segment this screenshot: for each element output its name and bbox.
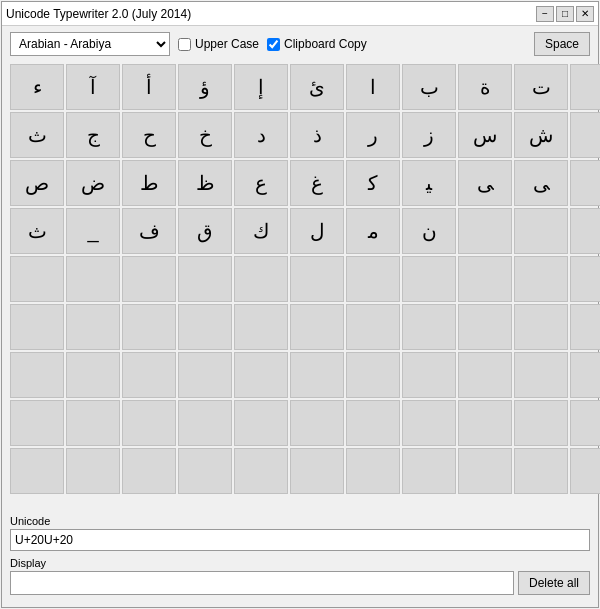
char-cell-1-2[interactable]: ح <box>122 112 176 158</box>
grid-row-7 <box>10 400 590 446</box>
clipboard-group: Clipboard Copy <box>267 37 367 51</box>
char-cell-3-9 <box>514 208 568 254</box>
display-row: Delete all <box>10 571 590 595</box>
char-cell-2-7[interactable]: ﻴ <box>402 160 456 206</box>
toolbar: Arabian - Arabiya Upper Case Clipboard C… <box>10 32 590 56</box>
minimize-button[interactable]: − <box>536 6 554 22</box>
char-cell-1-8[interactable]: س <box>458 112 512 158</box>
maximize-button[interactable]: □ <box>556 6 574 22</box>
char-cell-8-4 <box>234 448 288 494</box>
char-cell-7-2 <box>122 400 176 446</box>
char-cell-0-4[interactable]: إ <box>234 64 288 110</box>
char-cell-5-8 <box>458 304 512 350</box>
char-cell-1-9[interactable]: ش <box>514 112 568 158</box>
char-cell-6-8 <box>458 352 512 398</box>
clipboard-checkbox[interactable] <box>267 38 280 51</box>
char-cell-0-2[interactable]: أ <box>122 64 176 110</box>
char-cell-1-10 <box>570 112 600 158</box>
char-cell-1-0[interactable]: ث <box>10 112 64 158</box>
window-title: Unicode Typewriter 2.0 (July 2014) <box>6 7 191 21</box>
char-cell-2-2[interactable]: ط <box>122 160 176 206</box>
char-cell-2-0[interactable]: ص <box>10 160 64 206</box>
char-cell-4-9 <box>514 256 568 302</box>
char-cell-1-5[interactable]: ذ <box>290 112 344 158</box>
char-cell-2-9[interactable]: ﻰ <box>514 160 568 206</box>
grid-row-2: صضطظعغﻛﻴﻰﻰ <box>10 160 590 206</box>
char-cell-0-5[interactable]: ئ <box>290 64 344 110</box>
char-cell-8-5 <box>290 448 344 494</box>
display-field-group: Display Delete all <box>10 557 590 595</box>
char-cell-8-9 <box>514 448 568 494</box>
main-window: Unicode Typewriter 2.0 (July 2014) − □ ✕… <box>1 1 599 608</box>
char-cell-8-8 <box>458 448 512 494</box>
char-cell-0-6[interactable]: ا <box>346 64 400 110</box>
char-cell-5-10 <box>570 304 600 350</box>
char-cell-8-1 <box>66 448 120 494</box>
char-cell-1-3[interactable]: خ <box>178 112 232 158</box>
char-cell-0-3[interactable]: ؤ <box>178 64 232 110</box>
char-cell-6-6 <box>346 352 400 398</box>
char-cell-2-5[interactable]: غ <box>290 160 344 206</box>
char-cell-4-8 <box>458 256 512 302</box>
char-cell-6-0 <box>10 352 64 398</box>
char-cell-3-3[interactable]: ق <box>178 208 232 254</box>
char-cell-3-2[interactable]: ف <box>122 208 176 254</box>
char-cell-7-3 <box>178 400 232 446</box>
char-cell-6-5 <box>290 352 344 398</box>
char-cell-0-9[interactable]: ت <box>514 64 568 110</box>
delete-all-button[interactable]: Delete all <box>518 571 590 595</box>
char-cell-4-4 <box>234 256 288 302</box>
char-cell-1-1[interactable]: ج <box>66 112 120 158</box>
char-cell-5-6 <box>346 304 400 350</box>
char-cell-2-4[interactable]: ع <box>234 160 288 206</box>
unicode-label: Unicode <box>10 515 590 527</box>
close-button[interactable]: ✕ <box>576 6 594 22</box>
language-dropdown[interactable]: Arabian - Arabiya <box>10 32 170 56</box>
char-cell-4-0 <box>10 256 64 302</box>
char-cell-3-7[interactable]: ن <box>402 208 456 254</box>
space-button[interactable]: Space <box>534 32 590 56</box>
char-cell-0-7[interactable]: ب <box>402 64 456 110</box>
char-cell-4-5 <box>290 256 344 302</box>
char-cell-1-7[interactable]: ز <box>402 112 456 158</box>
char-cell-5-3 <box>178 304 232 350</box>
char-cell-7-1 <box>66 400 120 446</box>
char-cell-1-4[interactable]: د <box>234 112 288 158</box>
char-cell-3-8 <box>458 208 512 254</box>
uppercase-checkbox[interactable] <box>178 38 191 51</box>
grid-row-4 <box>10 256 590 302</box>
char-cell-3-0[interactable]: ﺙ <box>10 208 64 254</box>
char-cell-2-6[interactable]: ﻛ <box>346 160 400 206</box>
char-cell-8-6 <box>346 448 400 494</box>
unicode-input[interactable] <box>10 529 590 551</box>
char-cell-0-1[interactable]: آ <box>66 64 120 110</box>
char-cell-2-10 <box>570 160 600 206</box>
unicode-field-group: Unicode <box>10 515 590 551</box>
grid-row-5 <box>10 304 590 350</box>
char-cell-3-4[interactable]: ك <box>234 208 288 254</box>
char-cell-2-3[interactable]: ظ <box>178 160 232 206</box>
char-cell-8-3 <box>178 448 232 494</box>
grid-row-6 <box>10 352 590 398</box>
char-cell-1-6[interactable]: ر <box>346 112 400 158</box>
grid-row-8 <box>10 448 590 494</box>
char-cell-2-8[interactable]: ﻰ <box>458 160 512 206</box>
grid-row-1: ثجحخدذرزسش <box>10 112 590 158</box>
char-cell-3-6[interactable]: ﻣ <box>346 208 400 254</box>
char-cell-0-0[interactable]: ء <box>10 64 64 110</box>
grid-row-3: ﺙ_فقكلﻣن <box>10 208 590 254</box>
char-cell-0-8[interactable]: ة <box>458 64 512 110</box>
char-cell-4-3 <box>178 256 232 302</box>
char-cell-3-1[interactable]: _ <box>66 208 120 254</box>
uppercase-group: Upper Case <box>178 37 259 51</box>
char-cell-5-4 <box>234 304 288 350</box>
window-controls: − □ ✕ <box>536 6 594 22</box>
grid-row-0: ءآأؤإئابةت <box>10 64 590 110</box>
char-cell-6-1 <box>66 352 120 398</box>
char-cell-4-7 <box>402 256 456 302</box>
display-input[interactable] <box>10 571 514 595</box>
char-cell-3-5[interactable]: ل <box>290 208 344 254</box>
char-cell-2-1[interactable]: ض <box>66 160 120 206</box>
char-cell-7-6 <box>346 400 400 446</box>
char-cell-7-7 <box>402 400 456 446</box>
